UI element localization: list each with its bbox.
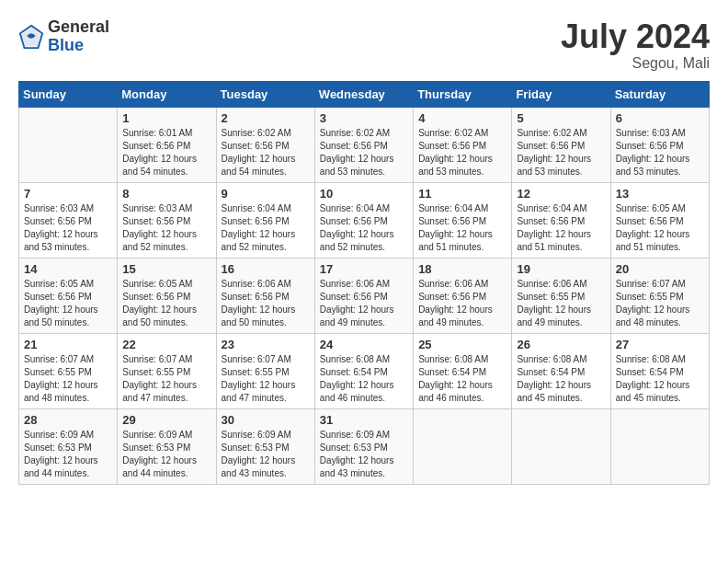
week-row-4: 21Sunrise: 6:07 AMSunset: 6:55 PMDayligh… (19, 333, 710, 408)
day-cell: 16Sunrise: 6:06 AMSunset: 6:56 PMDayligh… (216, 258, 314, 333)
day-info: Sunrise: 6:09 AMSunset: 6:53 PMDaylight:… (122, 429, 210, 480)
day-cell: 15Sunrise: 6:05 AMSunset: 6:56 PMDayligh… (118, 258, 216, 333)
day-info: Sunrise: 6:04 AMSunset: 6:56 PMDaylight:… (418, 202, 506, 254)
day-info: Sunrise: 6:07 AMSunset: 6:55 PMDaylight:… (222, 353, 310, 405)
day-info: Sunrise: 6:05 AMSunset: 6:56 PMDaylight:… (616, 202, 704, 254)
day-number: 12 (517, 187, 605, 201)
day-info: Sunrise: 6:09 AMSunset: 6:53 PMDaylight:… (320, 429, 408, 480)
day-number: 7 (24, 187, 112, 201)
day-cell: 12Sunrise: 6:04 AMSunset: 6:56 PMDayligh… (512, 182, 610, 258)
day-info: Sunrise: 6:04 AMSunset: 6:56 PMDaylight:… (222, 202, 310, 254)
col-header-tuesday: Tuesday (216, 81, 314, 107)
week-row-1: 1Sunrise: 6:01 AMSunset: 6:56 PMDaylight… (19, 107, 710, 182)
day-cell: 25Sunrise: 6:08 AMSunset: 6:54 PMDayligh… (414, 333, 512, 408)
day-number: 11 (418, 187, 506, 201)
day-cell: 19Sunrise: 6:06 AMSunset: 6:55 PMDayligh… (512, 258, 610, 333)
day-cell (19, 107, 118, 182)
day-number: 5 (517, 111, 605, 125)
week-row-2: 7Sunrise: 6:03 AMSunset: 6:56 PMDaylight… (19, 182, 710, 258)
day-info: Sunrise: 6:07 AMSunset: 6:55 PMDaylight:… (24, 353, 112, 405)
day-number: 21 (24, 338, 112, 351)
day-number: 31 (320, 413, 408, 427)
day-info: Sunrise: 6:09 AMSunset: 6:53 PMDaylight:… (24, 429, 112, 480)
day-cell: 2Sunrise: 6:02 AMSunset: 6:56 PMDaylight… (216, 107, 314, 182)
day-cell (414, 408, 512, 484)
day-info: Sunrise: 6:02 AMSunset: 6:56 PMDaylight:… (418, 127, 506, 178)
day-cell: 26Sunrise: 6:08 AMSunset: 6:54 PMDayligh… (512, 333, 610, 408)
logo-text: General Blue (48, 18, 109, 55)
logo: General Blue (18, 18, 109, 55)
day-cell: 3Sunrise: 6:02 AMSunset: 6:56 PMDaylight… (314, 107, 413, 182)
day-info: Sunrise: 6:01 AMSunset: 6:56 PMDaylight:… (122, 127, 210, 178)
day-info: Sunrise: 6:02 AMSunset: 6:56 PMDaylight:… (517, 127, 605, 178)
day-cell: 31Sunrise: 6:09 AMSunset: 6:53 PMDayligh… (314, 408, 413, 484)
day-cell: 23Sunrise: 6:07 AMSunset: 6:55 PMDayligh… (216, 333, 314, 408)
day-cell (610, 408, 709, 484)
day-number: 17 (320, 262, 408, 276)
col-header-sunday: Sunday (19, 81, 118, 107)
day-number: 26 (517, 338, 605, 351)
day-number: 1 (122, 111, 210, 125)
page-header: General Blue July 2024 Segou, Mali (18, 18, 710, 72)
day-info: Sunrise: 6:06 AMSunset: 6:56 PMDaylight:… (418, 278, 506, 329)
col-header-wednesday: Wednesday (314, 81, 413, 107)
day-info: Sunrise: 6:07 AMSunset: 6:55 PMDaylight:… (616, 278, 704, 329)
day-info: Sunrise: 6:06 AMSunset: 6:56 PMDaylight:… (222, 278, 310, 329)
day-cell: 27Sunrise: 6:08 AMSunset: 6:54 PMDayligh… (610, 333, 709, 408)
col-header-monday: Monday (118, 81, 216, 107)
day-cell: 11Sunrise: 6:04 AMSunset: 6:56 PMDayligh… (414, 182, 512, 258)
day-number: 23 (222, 338, 310, 351)
day-cell: 20Sunrise: 6:07 AMSunset: 6:55 PMDayligh… (610, 258, 709, 333)
day-cell: 7Sunrise: 6:03 AMSunset: 6:56 PMDaylight… (19, 182, 118, 258)
day-info: Sunrise: 6:02 AMSunset: 6:56 PMDaylight:… (320, 127, 408, 178)
day-number: 28 (24, 413, 112, 427)
day-cell: 18Sunrise: 6:06 AMSunset: 6:56 PMDayligh… (414, 258, 512, 333)
logo-icon (18, 24, 44, 50)
day-cell: 13Sunrise: 6:05 AMSunset: 6:56 PMDayligh… (610, 182, 709, 258)
col-header-friday: Friday (512, 81, 610, 107)
day-number: 10 (320, 187, 408, 201)
day-cell: 24Sunrise: 6:08 AMSunset: 6:54 PMDayligh… (314, 333, 413, 408)
day-cell: 21Sunrise: 6:07 AMSunset: 6:55 PMDayligh… (19, 333, 118, 408)
logo-general: General (48, 17, 109, 36)
day-cell (512, 408, 610, 484)
day-number: 6 (616, 111, 704, 125)
day-number: 13 (616, 187, 704, 201)
day-info: Sunrise: 6:06 AMSunset: 6:55 PMDaylight:… (517, 278, 605, 329)
day-info: Sunrise: 6:06 AMSunset: 6:56 PMDaylight:… (320, 278, 408, 329)
day-cell: 9Sunrise: 6:04 AMSunset: 6:56 PMDaylight… (216, 182, 314, 258)
day-number: 22 (122, 338, 210, 351)
day-cell: 10Sunrise: 6:04 AMSunset: 6:56 PMDayligh… (314, 182, 413, 258)
day-cell: 28Sunrise: 6:09 AMSunset: 6:53 PMDayligh… (19, 408, 118, 484)
header-row: SundayMondayTuesdayWednesdayThursdayFrid… (19, 81, 710, 107)
month-year: July 2024 (561, 18, 710, 55)
day-number: 30 (222, 413, 310, 427)
day-cell: 1Sunrise: 6:01 AMSunset: 6:56 PMDaylight… (118, 107, 216, 182)
day-info: Sunrise: 6:08 AMSunset: 6:54 PMDaylight:… (616, 353, 704, 405)
day-number: 27 (616, 338, 704, 351)
day-info: Sunrise: 6:03 AMSunset: 6:56 PMDaylight:… (122, 202, 210, 254)
day-number: 4 (418, 111, 506, 125)
day-number: 9 (222, 187, 310, 201)
day-cell: 22Sunrise: 6:07 AMSunset: 6:55 PMDayligh… (118, 333, 216, 408)
day-cell: 29Sunrise: 6:09 AMSunset: 6:53 PMDayligh… (118, 408, 216, 484)
day-info: Sunrise: 6:02 AMSunset: 6:56 PMDaylight:… (222, 127, 310, 178)
week-row-3: 14Sunrise: 6:05 AMSunset: 6:56 PMDayligh… (19, 258, 710, 333)
day-number: 25 (418, 338, 506, 351)
col-header-saturday: Saturday (610, 81, 709, 107)
day-info: Sunrise: 6:07 AMSunset: 6:55 PMDaylight:… (122, 353, 210, 405)
day-info: Sunrise: 6:03 AMSunset: 6:56 PMDaylight:… (616, 127, 704, 178)
day-info: Sunrise: 6:09 AMSunset: 6:53 PMDaylight:… (222, 429, 310, 480)
day-info: Sunrise: 6:04 AMSunset: 6:56 PMDaylight:… (320, 202, 408, 254)
day-cell: 8Sunrise: 6:03 AMSunset: 6:56 PMDaylight… (118, 182, 216, 258)
day-number: 20 (616, 262, 704, 276)
logo-blue-text: Blue (48, 36, 84, 54)
day-info: Sunrise: 6:08 AMSunset: 6:54 PMDaylight:… (418, 353, 506, 405)
day-cell: 6Sunrise: 6:03 AMSunset: 6:56 PMDaylight… (610, 107, 709, 182)
day-cell: 5Sunrise: 6:02 AMSunset: 6:56 PMDaylight… (512, 107, 610, 182)
day-cell: 14Sunrise: 6:05 AMSunset: 6:56 PMDayligh… (19, 258, 118, 333)
day-cell: 17Sunrise: 6:06 AMSunset: 6:56 PMDayligh… (314, 258, 413, 333)
day-number: 8 (122, 187, 210, 201)
calendar-header: SundayMondayTuesdayWednesdayThursdayFrid… (19, 81, 710, 107)
day-number: 24 (320, 338, 408, 351)
